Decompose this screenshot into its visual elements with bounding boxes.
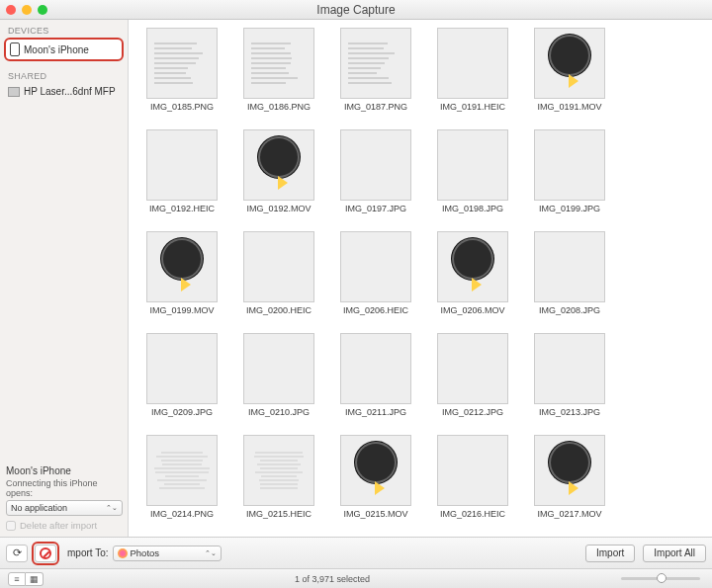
footer-device-name: Moon's iPhone [6, 465, 122, 476]
printer-icon [8, 87, 20, 97]
opens-select[interactable]: No application ⌃⌄ [6, 500, 123, 516]
delete-after-import-checkbox[interactable]: Delete after import [6, 520, 122, 531]
titlebar: Image Capture [0, 0, 712, 20]
checkbox-input[interactable] [6, 521, 16, 531]
import-to-value: Photos [131, 547, 160, 558]
thumbnail[interactable]: IMG_0200.HEIC [241, 231, 316, 315]
thumbnail[interactable]: IMG_0206.MOV [435, 231, 510, 315]
thumbnail-caption: IMG_0210.JPG [248, 407, 310, 417]
import-to-group: mport To: Photos ⌃⌄ [67, 546, 222, 561]
chevron-updown-icon: ⌃⌄ [205, 549, 217, 557]
thumbnail[interactable]: IMG_0209.JPG [144, 333, 220, 417]
thumbnail-caption: IMG_0200.HEIC [246, 305, 312, 315]
thumbnail-grid: IMG_0185.PNGIMG_0186.PNGIMG_0187.PNGIMG_… [129, 20, 712, 537]
thumbnail-image[interactable] [340, 333, 411, 404]
slider-knob[interactable] [657, 573, 667, 583]
view-grid-button[interactable]: ▦ [26, 572, 44, 586]
thumbnail-caption: IMG_0186.PNG [247, 102, 311, 112]
import-all-button-label: Import All [654, 547, 695, 558]
thumbnail-image[interactable] [146, 129, 218, 201]
thumbnail[interactable]: IMG_0192.MOV [241, 129, 316, 213]
thumbnail[interactable]: IMG_0186.PNG [241, 28, 316, 112]
thumbnail-image[interactable] [437, 129, 508, 201]
thumbnail-image[interactable] [340, 129, 411, 201]
thumbnail-caption: IMG_0208.JPG [539, 305, 600, 315]
thumbnail[interactable]: IMG_0211.JPG [338, 333, 413, 417]
thumbnail-image[interactable] [243, 435, 314, 506]
thumbnail-image[interactable] [437, 435, 508, 506]
thumbnail[interactable]: IMG_0213.JPG [532, 333, 607, 417]
thumbnail-image[interactable] [437, 333, 508, 404]
import-button-label: Import [596, 547, 624, 558]
thumbnail-size-slider[interactable] [621, 577, 700, 580]
thumbnail[interactable]: IMG_0191.HEIC [435, 28, 510, 112]
thumbnail-image[interactable] [534, 333, 605, 404]
thumbnail[interactable]: IMG_0198.JPG [435, 129, 510, 213]
thumbnail-caption: IMG_0197.JPG [345, 204, 406, 213]
zoom-icon[interactable] [38, 5, 47, 15]
thumbnail-caption: IMG_0213.JPG [539, 407, 600, 417]
thumbnail[interactable]: IMG_0192.HEIC [144, 129, 220, 213]
thumbnail-image[interactable] [437, 231, 508, 302]
thumbnail-image[interactable] [243, 333, 314, 404]
thumbnail[interactable]: IMG_0206.HEIC [338, 231, 413, 315]
thumbnail-image[interactable] [243, 129, 314, 201]
status-text: 1 of 3,971 selected [44, 574, 621, 584]
thumbnail[interactable]: IMG_0191.MOV [532, 28, 607, 112]
thumbnail-image[interactable] [534, 28, 605, 99]
sidebar-header-devices: DEVICES [0, 20, 128, 38]
sidebar-item-shared[interactable]: HP Laser...6dnf MFP [4, 83, 124, 100]
thumbnail[interactable]: IMG_0215.MOV [338, 435, 413, 519]
thumbnail-image[interactable] [437, 28, 508, 99]
prohibit-icon [40, 547, 51, 559]
thumbnail-image[interactable] [146, 231, 218, 302]
thumbnail-image[interactable] [146, 333, 218, 404]
thumbnail-image[interactable] [534, 435, 605, 506]
sidebar-item-device[interactable]: Moon's iPhone [4, 38, 124, 61]
thumbnail-caption: IMG_0212.JPG [442, 407, 503, 417]
thumbnail-image[interactable] [534, 231, 605, 302]
rotate-button[interactable]: ⟳ [6, 545, 28, 562]
minimize-icon[interactable] [22, 5, 32, 15]
import-to-label: mport To: [67, 547, 109, 558]
chevron-updown-icon: ⌃⌄ [106, 504, 118, 512]
toolbar: ⟳ mport To: Photos ⌃⌄ Import Import All [0, 537, 712, 568]
thumbnail[interactable]: IMG_0208.JPG [532, 231, 607, 315]
thumbnail[interactable]: IMG_0199.JPG [532, 129, 607, 213]
thumbnail-image[interactable] [146, 28, 218, 99]
thumbnail-image[interactable] [340, 231, 411, 302]
thumbnail[interactable]: IMG_0187.PNG [338, 28, 413, 112]
thumbnail-caption: IMG_0191.MOV [537, 102, 601, 112]
sidebar-footer: Moon's iPhone Connecting this iPhone ope… [0, 460, 128, 537]
thumbnail-image[interactable] [340, 28, 411, 99]
thumbnail[interactable]: IMG_0215.HEIC [241, 435, 316, 519]
thumbnail[interactable]: IMG_0212.JPG [435, 333, 510, 417]
close-icon[interactable] [6, 5, 16, 15]
thumbnail[interactable]: IMG_0185.PNG [144, 28, 220, 112]
import-all-button[interactable]: Import All [643, 545, 706, 562]
thumbnail-caption: IMG_0199.JPG [539, 204, 600, 213]
thumbnail[interactable]: IMG_0210.JPG [241, 333, 316, 417]
thumbnail-caption: IMG_0209.JPG [151, 407, 213, 417]
statusbar: ≡ ▦ 1 of 3,971 selected [0, 568, 712, 588]
thumbnail-image[interactable] [340, 435, 411, 506]
import-button[interactable]: Import [585, 545, 635, 562]
thumbnail[interactable]: IMG_0197.JPG [338, 129, 413, 213]
import-to-select[interactable]: Photos ⌃⌄ [113, 546, 222, 561]
thumbnail[interactable]: IMG_0217.MOV [532, 435, 607, 519]
thumbnail-image[interactable] [243, 231, 314, 302]
thumbnail-image[interactable] [243, 28, 314, 99]
thumbnail[interactable]: IMG_0199.MOV [144, 231, 220, 315]
delete-button[interactable] [35, 545, 56, 562]
view-list-button[interactable]: ≡ [8, 572, 26, 586]
thumbnail-caption: IMG_0185.PNG [150, 102, 214, 112]
main-content[interactable]: IMG_0185.PNGIMG_0186.PNGIMG_0187.PNGIMG_… [129, 20, 712, 537]
thumbnail-caption: IMG_0206.HEIC [343, 305, 408, 315]
thumbnail-caption: IMG_0206.MOV [440, 305, 504, 315]
thumbnail-image[interactable] [146, 435, 218, 506]
thumbnail[interactable]: IMG_0214.PNG [144, 435, 220, 519]
thumbnail-caption: IMG_0192.HEIC [149, 204, 215, 213]
thumbnail-image[interactable] [534, 129, 605, 201]
footer-opens-label: Connecting this iPhone opens: [6, 478, 122, 498]
thumbnail[interactable]: IMG_0216.HEIC [435, 435, 510, 519]
